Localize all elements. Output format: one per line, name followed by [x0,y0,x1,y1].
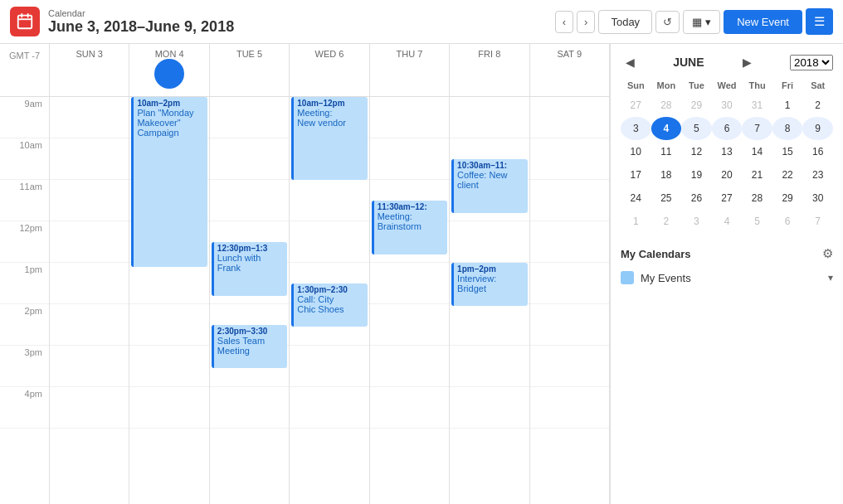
mini-cal-day[interactable]: 4 [651,117,682,140]
mini-cal-day[interactable]: 24 [621,187,651,210]
menu-btn[interactable]: ☰ [806,8,833,35]
my-events-expand[interactable]: ▾ [828,272,833,284]
day-header-tue[interactable]: TUE 5 [210,44,290,96]
mini-cal-day[interactable]: 27 [712,187,743,210]
time-cell[interactable] [290,221,368,263]
mini-cal-day[interactable]: 7 [802,210,833,233]
mini-cal-day[interactable]: 6 [772,210,803,233]
new-event-btn[interactable]: New Event [724,10,802,34]
day-header-fri[interactable]: FRI 8 [450,44,529,96]
mini-cal-day[interactable]: 5 [742,210,772,233]
day-col-mon[interactable]: 10am–2pmPlan "Monday Makeover" Campaign [129,97,209,504]
mini-cal-day[interactable]: 25 [651,187,682,210]
time-cell[interactable] [50,138,129,180]
calendar-event[interactable]: 12:30pm–1:3Lunch with Frank [212,242,287,296]
mini-cal-day[interactable]: 29 [681,94,712,117]
mini-cal-day[interactable]: 22 [772,163,803,187]
time-cell[interactable] [530,346,609,387]
time-cell[interactable] [370,387,449,429]
time-cell[interactable] [370,263,449,304]
time-cell[interactable] [129,387,208,429]
time-cell[interactable] [210,180,289,221]
day-col-tue[interactable]: 12:30pm–1:3Lunch with Frank2:30pm–3:30Sa… [210,97,290,504]
year-dropdown[interactable]: 2017 2018 2019 [790,55,833,70]
mini-cal-day[interactable]: 14 [742,140,772,163]
mini-cal-day[interactable]: 4 [712,210,743,233]
today-btn[interactable]: Today [598,10,652,34]
calendar-event[interactable]: 1:30pm–2:30Call: CityChic Shoes [291,284,367,327]
mini-cal-day[interactable]: 28 [742,187,772,210]
view-select-btn[interactable]: ▦ ▾ [683,10,720,34]
time-cell[interactable] [450,346,529,387]
calendar-event[interactable]: 10am–12pmMeeting:New vendor [291,97,367,180]
day-col-wed[interactable]: 10am–12pmMeeting:New vendor1:30pm–2:30Ca… [290,97,369,504]
time-cell[interactable] [370,138,449,180]
mini-cal-day[interactable]: 1 [772,94,803,117]
time-cell[interactable] [290,387,368,429]
time-cell[interactable] [210,138,289,180]
time-cell[interactable] [50,97,129,138]
calendar-event[interactable]: 10am–2pmPlan "Monday Makeover" Campaign [131,97,207,267]
mini-cal-day[interactable]: 2 [651,210,682,233]
mini-cal-day[interactable]: 18 [651,163,682,187]
mini-cal-day[interactable]: 17 [621,163,651,187]
time-cell[interactable] [290,346,368,387]
day-header-wed[interactable]: WED 6 [290,44,369,96]
time-cell[interactable] [530,304,609,346]
gear-btn[interactable]: ⚙ [822,246,833,261]
calendar-event[interactable]: 2:30pm–3:30Sales Team Meeting [212,325,287,368]
mini-cal-prev[interactable]: ◀ [621,54,640,70]
calendar-event[interactable]: 11:30am–12:Meeting:Brainstorm [372,201,447,254]
mini-cal-day[interactable]: 16 [802,140,833,163]
mini-cal-day[interactable]: 19 [681,163,712,187]
day-col-thu[interactable]: 11:30am–12:Meeting:Brainstorm [370,97,450,504]
mini-cal-day[interactable]: 1 [621,210,651,233]
mini-cal-day[interactable]: 2 [802,94,833,117]
time-cell[interactable] [290,180,368,221]
my-events-checkbox[interactable] [621,271,634,284]
time-cell[interactable] [530,387,609,429]
mini-cal-day[interactable]: 28 [651,94,682,117]
time-cell[interactable] [129,263,208,304]
refresh-btn[interactable]: ↺ [655,11,680,33]
next-btn[interactable]: › [577,11,595,33]
time-cell[interactable] [450,304,529,346]
mini-cal-day[interactable]: 12 [681,140,712,163]
day-col-sat[interactable] [530,97,610,504]
time-cell[interactable] [129,304,208,346]
mini-cal-day[interactable]: 23 [802,163,833,187]
day-header-mon[interactable]: MON 4 [129,44,209,96]
time-cell[interactable] [530,97,609,138]
mini-cal-day[interactable]: 29 [772,187,803,210]
time-cell[interactable] [50,304,129,346]
mini-cal-day[interactable]: 13 [712,140,743,163]
mini-cal-year-select[interactable]: 2017 2018 2019 [790,55,833,70]
mini-cal-day[interactable]: 5 [681,117,712,140]
time-cell[interactable] [50,221,129,263]
day-header-sun[interactable]: SUN 3 [50,44,129,96]
time-cell[interactable] [50,346,129,387]
mini-cal-day[interactable]: 21 [742,163,772,187]
time-cell[interactable] [210,387,289,429]
mini-cal-day[interactable]: 30 [802,187,833,210]
mini-cal-day[interactable]: 7 [742,117,772,140]
time-cell[interactable] [50,180,129,221]
mini-cal-day[interactable]: 8 [772,117,803,140]
time-cell[interactable] [370,346,449,387]
time-cell[interactable] [530,221,609,263]
mini-cal-day[interactable]: 3 [681,210,712,233]
time-cell[interactable] [530,180,609,221]
mini-cal-day[interactable]: 31 [742,94,772,117]
time-cell[interactable] [50,387,129,429]
mini-cal-day[interactable]: 26 [681,187,712,210]
mini-cal-day[interactable]: 6 [712,117,743,140]
mini-cal-day[interactable]: 3 [621,117,651,140]
time-cell[interactable] [450,97,529,138]
mini-cal-day[interactable]: 30 [712,94,743,117]
time-cell[interactable] [370,304,449,346]
mini-cal-day[interactable]: 11 [651,140,682,163]
time-cell[interactable] [450,387,529,429]
prev-btn[interactable]: ‹ [555,11,573,33]
time-cell[interactable] [450,221,529,263]
time-cell[interactable] [210,97,289,138]
